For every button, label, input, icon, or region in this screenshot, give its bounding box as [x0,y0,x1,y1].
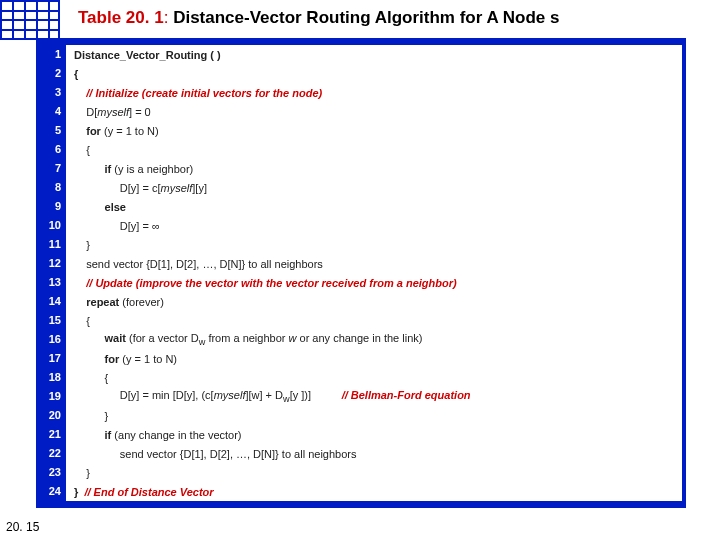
code-text: send vector {D[1], D[2], …, D[N]} to all… [66,258,682,270]
code-text: } [66,410,682,422]
line-number: 22 [40,444,66,463]
code-text: } [66,467,682,479]
code-text: } // End of Distance Vector [66,486,682,498]
code-text: Distance_Vector_Routing ( ) [66,49,682,61]
title-subtitle: Distance-Vector Routing Algorithm for A … [173,8,559,27]
code-text: D[y] = min [D[y], (c[myself][w] + Dw[y ]… [66,389,682,404]
line-number: 12 [40,254,66,273]
line-number: 13 [40,273,66,292]
code-text: send vector {D[1], D[2], …, D[N]} to all… [66,448,682,460]
line-number: 10 [40,216,66,235]
line-number: 2 [40,64,66,83]
slide-title: Table 20. 1: Distance-Vector Routing Alg… [78,8,559,28]
code-text: // Update (improve the vector with the v… [66,277,682,289]
line-number: 23 [40,463,66,482]
line-number: 21 [40,425,66,444]
algo-line: 16 wait (for a vector Dw from a neighbor… [40,330,682,349]
algo-line: 17 for (y = 1 to N) [40,349,682,368]
algo-line: 22 send vector {D[1], D[2], …, D[N]} to … [40,444,682,463]
line-number: 6 [40,140,66,159]
algo-line: 5 for (y = 1 to N) [40,121,682,140]
algo-line: 7 if (y is a neighbor) [40,159,682,178]
algo-line: 1Distance_Vector_Routing ( ) [40,45,682,64]
code-text: D[y] = c[myself][y] [66,182,682,194]
title-separator: : [164,8,173,27]
code-text: for (y = 1 to N) [66,353,682,365]
algo-line: 12 send vector {D[1], D[2], …, D[N]} to … [40,254,682,273]
line-number: 11 [40,235,66,254]
line-number: 15 [40,311,66,330]
code-text: { [66,372,682,384]
line-number: 1 [40,45,66,64]
line-number: 17 [40,349,66,368]
line-number: 3 [40,83,66,102]
algo-line: 19 D[y] = min [D[y], (c[myself][w] + Dw[… [40,387,682,406]
algo-line: 14 repeat (forever) [40,292,682,311]
code-text: } [66,239,682,251]
line-number: 16 [40,330,66,349]
line-number: 9 [40,197,66,216]
code-text: if (y is a neighbor) [66,163,682,175]
algo-line: 23 } [40,463,682,482]
code-text: { [66,315,682,327]
algo-line: 2{ [40,64,682,83]
code-text: { [66,68,682,80]
line-number: 24 [40,482,66,501]
line-number: 19 [40,387,66,406]
code-text: for (y = 1 to N) [66,125,682,137]
code-text: repeat (forever) [66,296,682,308]
title-label: Table 20. 1 [78,8,164,27]
algo-line: 10 D[y] = ∞ [40,216,682,235]
line-number: 20 [40,406,66,425]
line-number: 7 [40,159,66,178]
line-number: 8 [40,178,66,197]
line-number: 5 [40,121,66,140]
algo-line: 21 if (any change in the vector) [40,425,682,444]
algo-line: 24} // End of Distance Vector [40,482,682,501]
code-text: D[myself] = 0 [66,106,682,118]
line-number: 18 [40,368,66,387]
algo-line: 20 } [40,406,682,425]
slide-logo-grid [0,0,60,40]
algo-line: 13 // Update (improve the vector with th… [40,273,682,292]
algo-line: 6 { [40,140,682,159]
code-text: if (any change in the vector) [66,429,682,441]
algo-line: 18 { [40,368,682,387]
line-number: 4 [40,102,66,121]
code-text: else [66,201,682,213]
code-text: wait (for a vector Dw from a neighbor w … [66,332,682,347]
code-text: D[y] = ∞ [66,220,682,232]
slide-number: 20. 15 [6,520,39,534]
line-number: 14 [40,292,66,311]
algo-line: 8 D[y] = c[myself][y] [40,178,682,197]
code-text: { [66,144,682,156]
algo-line: 4 D[myself] = 0 [40,102,682,121]
code-text: // Initialize (create initial vectors fo… [66,87,682,99]
algo-line: 9 else [40,197,682,216]
algorithm-box: 1Distance_Vector_Routing ( )2{3 // Initi… [36,38,686,508]
algo-line: 11 } [40,235,682,254]
algo-line: 15 { [40,311,682,330]
algo-line: 3 // Initialize (create initial vectors … [40,83,682,102]
